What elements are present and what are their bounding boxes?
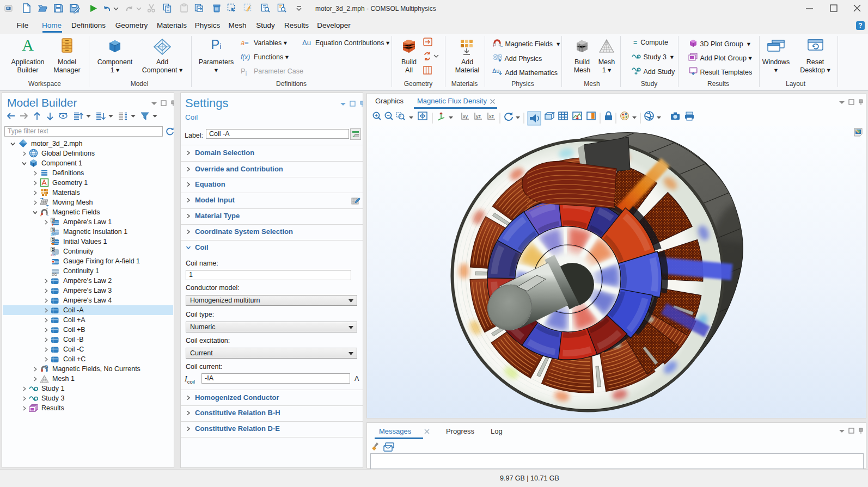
svg-text:+: + [492, 44, 495, 47]
svg-text:DC: DC [51, 233, 56, 237]
svg-text:+: + [40, 213, 42, 217]
svg-text:*: * [46, 208, 48, 211]
svg-text:D: D [52, 218, 54, 222]
svg-text:yz: yz [476, 114, 481, 119]
svg-text:D: D [52, 248, 54, 251]
svg-text:DO: DO [52, 272, 57, 276]
svg-text:xy: xy [463, 114, 468, 119]
svg-text:Δu: Δu [492, 67, 499, 74]
svg-text:×: × [51, 252, 53, 256]
svg-text:D: D [52, 228, 54, 232]
svg-text:xz: xz [489, 114, 494, 119]
svg-text:D: D [52, 238, 54, 242]
svg-text:–: – [500, 44, 503, 47]
svg-text:o: o [53, 252, 56, 256]
svg-text:−: − [46, 213, 49, 217]
